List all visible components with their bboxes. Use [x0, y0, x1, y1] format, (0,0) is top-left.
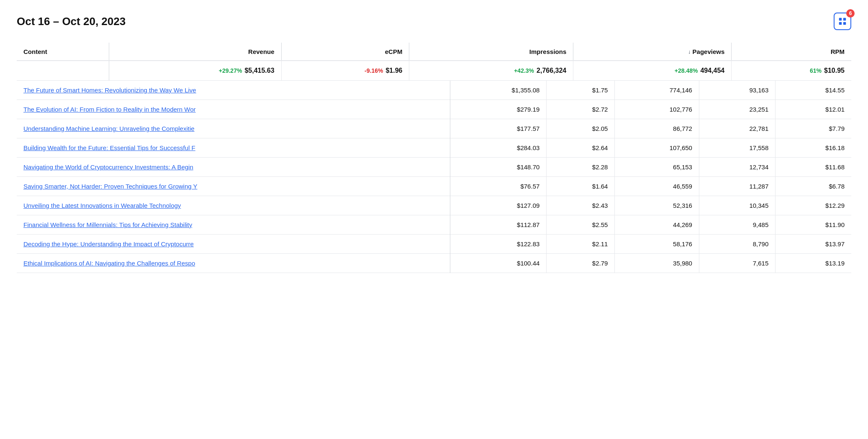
cell-revenue: $112.87 [450, 215, 546, 235]
table-row: Understanding Machine Learning: Unraveli… [17, 119, 851, 138]
cell-revenue: $76.57 [450, 177, 546, 196]
cell-impressions: 86,772 [615, 119, 699, 138]
cell-pageviews: 22,781 [699, 119, 775, 138]
cell-ecpm: $1.64 [547, 177, 615, 196]
cell-rpm: $6.78 [776, 177, 851, 196]
svg-rect-1 [843, 18, 846, 20]
cell-revenue: $122.83 [450, 235, 546, 254]
cell-pageviews: 23,251 [699, 100, 775, 119]
content-link[interactable]: Navigating the World of Cryptocurrency I… [23, 163, 249, 171]
svg-rect-2 [839, 22, 842, 25]
table-row: Unveiling the Latest Innovations in Wear… [17, 196, 851, 215]
cell-content: Unveiling the Latest Innovations in Wear… [17, 196, 450, 215]
summary-impressions: +42.3% 2,766,324 [409, 61, 573, 81]
cell-ecpm: $2.43 [547, 196, 615, 215]
cell-rpm: $16.18 [776, 138, 851, 158]
cell-content: Financial Wellness for Millennials: Tips… [17, 215, 450, 235]
cell-ecpm: $2.72 [547, 100, 615, 119]
cell-pageviews: 7,615 [699, 254, 775, 273]
summary-row: +29.27% $5,415.63 -9.16% $1.96 +42.3% 2,… [17, 61, 851, 81]
cell-revenue: $100.44 [450, 254, 546, 273]
cell-rpm: $11.68 [776, 158, 851, 177]
table-row: The Future of Smart Homes: Revolutionizi… [17, 81, 851, 100]
table-row: Navigating the World of Cryptocurrency I… [17, 158, 851, 177]
table-row: Decoding the Hype: Understanding the Imp… [17, 235, 851, 254]
cell-pageviews: 9,485 [699, 215, 775, 235]
cell-pageviews: 8,790 [699, 235, 775, 254]
cell-rpm: $7.79 [776, 119, 851, 138]
cell-impressions: 102,776 [615, 100, 699, 119]
cell-impressions: 107,650 [615, 138, 699, 158]
col-header-ecpm[interactable]: eCPM [281, 43, 409, 61]
content-data-table: The Future of Smart Homes: Revolutionizi… [17, 81, 851, 273]
content-link[interactable]: Financial Wellness for Millennials: Tips… [23, 221, 249, 228]
content-link[interactable]: The Evolution of AI: From Fiction to Rea… [23, 106, 249, 113]
cell-pageviews: 10,345 [699, 196, 775, 215]
cell-impressions: 65,153 [615, 158, 699, 177]
col-header-pageviews[interactable]: ↓ Pageviews [573, 43, 732, 61]
cell-impressions: 774,146 [615, 81, 699, 100]
svg-rect-0 [839, 18, 842, 20]
table-header-row: Content Revenue eCPM Impressions [17, 43, 851, 61]
cell-impressions: 44,269 [615, 215, 699, 235]
date-range: Oct 16 – Oct 20, 2023 [17, 15, 126, 28]
col-header-revenue[interactable]: Revenue [109, 43, 281, 61]
cell-rpm: $14.55 [776, 81, 851, 100]
cell-content: The Evolution of AI: From Fiction to Rea… [17, 100, 450, 119]
col-header-content[interactable]: Content [17, 43, 109, 61]
cell-ecpm: $2.79 [547, 254, 615, 273]
cell-content: Building Wealth for the Future: Essentia… [17, 138, 450, 158]
content-link[interactable]: Understanding Machine Learning: Unraveli… [23, 125, 249, 132]
cell-ecpm: $1.75 [547, 81, 615, 100]
cell-ecpm: $2.05 [547, 119, 615, 138]
col-header-impressions[interactable]: Impressions [409, 43, 573, 61]
cell-revenue: $1,355.08 [450, 81, 546, 100]
sort-arrow-icon: ↓ [688, 48, 691, 55]
cell-pageviews: 93,163 [699, 81, 775, 100]
content-table: Content Revenue eCPM Impressions [17, 43, 851, 81]
cell-impressions: 46,559 [615, 177, 699, 196]
cell-ecpm: $2.64 [547, 138, 615, 158]
cell-rpm: $11.90 [776, 215, 851, 235]
content-link[interactable]: Unveiling the Latest Innovations in Wear… [23, 202, 249, 209]
cell-content: Ethical Implications of AI: Navigating t… [17, 254, 450, 273]
cell-content: Understanding Machine Learning: Unraveli… [17, 119, 450, 138]
cell-ecpm: $2.55 [547, 215, 615, 235]
cell-revenue: $279.19 [450, 100, 546, 119]
content-link[interactable]: The Future of Smart Homes: Revolutionizi… [23, 87, 249, 94]
content-link[interactable]: Building Wealth for the Future: Essentia… [23, 144, 249, 151]
view-toggle-button[interactable]: 6 [834, 13, 851, 30]
summary-ecpm: -9.16% $1.96 [281, 61, 409, 81]
content-link[interactable]: Saving Smarter, Not Harder: Proven Techn… [23, 183, 249, 190]
cell-rpm: $12.01 [776, 100, 851, 119]
cell-ecpm: $2.28 [547, 158, 615, 177]
page-header: Oct 16 – Oct 20, 2023 6 [17, 13, 851, 30]
cell-rpm: $13.97 [776, 235, 851, 254]
cell-content: Decoding the Hype: Understanding the Imp… [17, 235, 450, 254]
col-header-rpm[interactable]: RPM [732, 43, 851, 61]
table-row: The Evolution of AI: From Fiction to Rea… [17, 100, 851, 119]
table-row: Building Wealth for the Future: Essentia… [17, 138, 851, 158]
cell-content: Saving Smarter, Not Harder: Proven Techn… [17, 177, 450, 196]
cell-revenue: $284.03 [450, 138, 546, 158]
table-row: Ethical Implications of AI: Navigating t… [17, 254, 851, 273]
cell-pageviews: 12,734 [699, 158, 775, 177]
cell-impressions: 35,980 [615, 254, 699, 273]
table-row: Financial Wellness for Millennials: Tips… [17, 215, 851, 235]
cell-impressions: 58,176 [615, 235, 699, 254]
table-row: Saving Smarter, Not Harder: Proven Techn… [17, 177, 851, 196]
svg-rect-3 [843, 22, 846, 25]
cell-ecpm: $2.11 [547, 235, 615, 254]
summary-revenue: +29.27% $5,415.63 [109, 61, 281, 81]
cell-pageviews: 17,558 [699, 138, 775, 158]
summary-rpm: 61% $10.95 [732, 61, 851, 81]
cell-content: Navigating the World of Cryptocurrency I… [17, 158, 450, 177]
cell-rpm: $12.29 [776, 196, 851, 215]
cell-rpm: $13.19 [776, 254, 851, 273]
cell-content: The Future of Smart Homes: Revolutionizi… [17, 81, 450, 100]
cell-revenue: $127.09 [450, 196, 546, 215]
cell-revenue: $177.57 [450, 119, 546, 138]
content-link[interactable]: Decoding the Hype: Understanding the Imp… [23, 240, 249, 248]
summary-content-cell [17, 61, 109, 81]
content-link[interactable]: Ethical Implications of AI: Navigating t… [23, 260, 249, 267]
